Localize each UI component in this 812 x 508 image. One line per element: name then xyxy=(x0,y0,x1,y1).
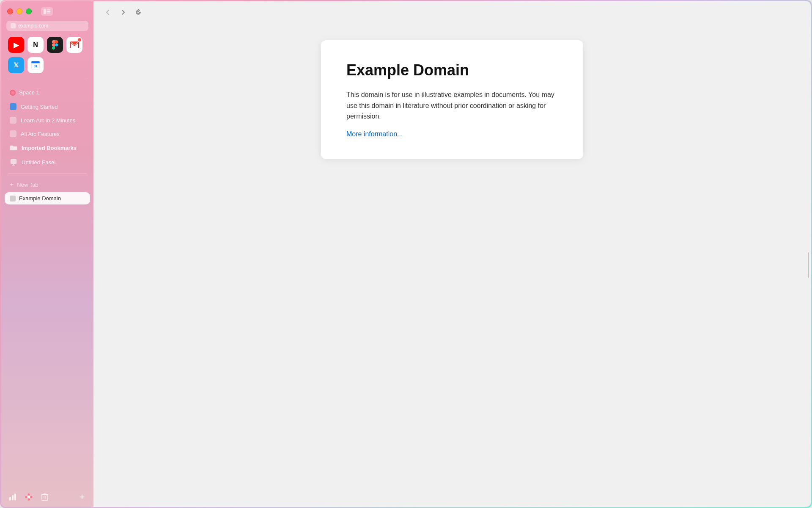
sidebar-item-learn-arc[interactable]: Learn Arc in 2 Minutes xyxy=(6,114,88,127)
bookmark-gmail[interactable] xyxy=(66,37,82,53)
url-bar-area: example.com xyxy=(1,19,93,34)
svg-rect-8 xyxy=(31,63,39,63)
sidebar-toggle-button[interactable] xyxy=(41,7,53,16)
space-1-label: Space 1 xyxy=(19,89,39,96)
active-tab-label: Example Domain xyxy=(19,195,61,202)
learn-arc-icon xyxy=(10,117,16,124)
sidebar-item-imported-bookmarks[interactable]: Imported Bookmarks xyxy=(6,141,88,155)
bookmark-google-calendar[interactable]: 31 xyxy=(27,57,44,73)
example-domain-card: Example Domain This domain is for use in… xyxy=(321,40,583,159)
svg-rect-10 xyxy=(11,159,16,164)
bookmarks-row-2: 𝕏 31 xyxy=(1,56,93,77)
svg-rect-3 xyxy=(47,13,50,14)
bookmark-youtube[interactable]: ▶ xyxy=(8,37,24,53)
svg-point-16 xyxy=(27,496,30,498)
getting-started-label: Getting Started xyxy=(21,104,58,110)
divider-2 xyxy=(8,173,87,174)
svg-point-19 xyxy=(25,496,27,498)
all-arc-features-icon xyxy=(10,130,16,137)
scrollbar-thumb[interactable] xyxy=(808,252,809,278)
bookmark-notion[interactable]: N xyxy=(27,37,44,53)
page-title: Example Domain xyxy=(346,61,558,79)
active-tab-favicon xyxy=(10,196,16,202)
untitled-easel-icon xyxy=(10,158,17,166)
all-arc-features-label: All Arc Features xyxy=(21,131,60,137)
svg-point-18 xyxy=(28,499,30,501)
nav-bar xyxy=(93,1,811,23)
imported-bookmarks-icon xyxy=(10,144,17,152)
sidebar-bottom: + xyxy=(1,487,93,507)
space-1-item[interactable]: Space 1 xyxy=(6,87,88,98)
svg-rect-0 xyxy=(44,9,46,14)
active-tab-example-domain[interactable]: Example Domain xyxy=(5,192,90,204)
svg-point-20 xyxy=(30,496,33,498)
getting-started-icon xyxy=(10,103,16,110)
url-text: example.com xyxy=(18,23,48,29)
url-favicon xyxy=(11,23,16,28)
back-button[interactable] xyxy=(102,6,114,18)
divider-1 xyxy=(8,81,87,81)
url-bar[interactable]: example.com xyxy=(6,21,88,31)
forward-button[interactable] xyxy=(117,6,129,18)
bookmark-figma[interactable] xyxy=(47,37,63,53)
imported-bookmarks-label: Imported Bookmarks xyxy=(22,145,77,151)
add-tab-icon[interactable]: + xyxy=(77,492,87,502)
nav-items: Getting Started Learn Arc in 2 Minutes A… xyxy=(1,99,93,170)
svg-point-17 xyxy=(28,494,30,496)
sidebar-item-untitled-easel[interactable]: Untitled Easel xyxy=(6,155,88,169)
svg-rect-13 xyxy=(9,497,11,500)
svg-text:31: 31 xyxy=(33,64,38,68)
stats-icon[interactable] xyxy=(8,492,17,502)
reload-button[interactable] xyxy=(132,6,144,18)
space-1-icon xyxy=(10,90,16,96)
more-information-link[interactable]: More information... xyxy=(346,130,403,138)
sidebar-item-all-arc-features[interactable]: All Arc Features xyxy=(6,127,88,140)
minimize-button[interactable] xyxy=(16,8,22,14)
scrollbar-track xyxy=(807,23,809,507)
space-switcher-icon[interactable] xyxy=(24,492,33,502)
svg-rect-15 xyxy=(14,494,16,500)
new-tab-plus-icon: + xyxy=(10,181,14,188)
space-section: Space 1 xyxy=(1,85,93,99)
page-paragraph: This domain is for use in illustrative e… xyxy=(346,89,558,122)
web-content-area: Example Domain This domain is for use in… xyxy=(93,23,811,507)
new-tab-button[interactable]: + New Tab xyxy=(1,179,93,190)
sidebar-item-getting-started[interactable]: Getting Started xyxy=(6,100,88,113)
svg-rect-5 xyxy=(78,42,79,48)
bookmarks-row-1: ▶ N xyxy=(1,34,93,56)
learn-arc-label: Learn Arc in 2 Minutes xyxy=(21,117,75,124)
svg-rect-2 xyxy=(47,11,50,12)
main-content: Example Domain This domain is for use in… xyxy=(93,1,811,507)
svg-rect-1 xyxy=(47,10,50,11)
svg-rect-21 xyxy=(42,494,48,500)
new-tab-label: New Tab xyxy=(17,182,38,188)
close-button[interactable] xyxy=(7,8,13,14)
svg-rect-14 xyxy=(12,495,14,500)
sidebar: example.com ▶ N xyxy=(1,1,93,507)
trash-icon[interactable] xyxy=(40,492,49,502)
svg-rect-4 xyxy=(70,42,71,48)
bookmark-twitter[interactable]: 𝕏 xyxy=(8,57,24,73)
maximize-button[interactable] xyxy=(26,8,32,14)
untitled-easel-label: Untitled Easel xyxy=(22,159,55,166)
